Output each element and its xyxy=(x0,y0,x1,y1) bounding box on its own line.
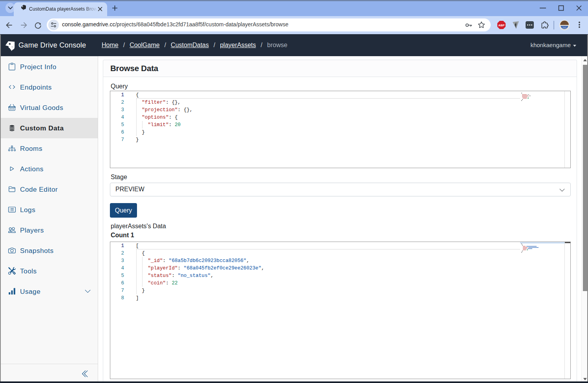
svg-text:si: si xyxy=(11,46,13,48)
svg-text:ABP: ABP xyxy=(499,24,505,27)
